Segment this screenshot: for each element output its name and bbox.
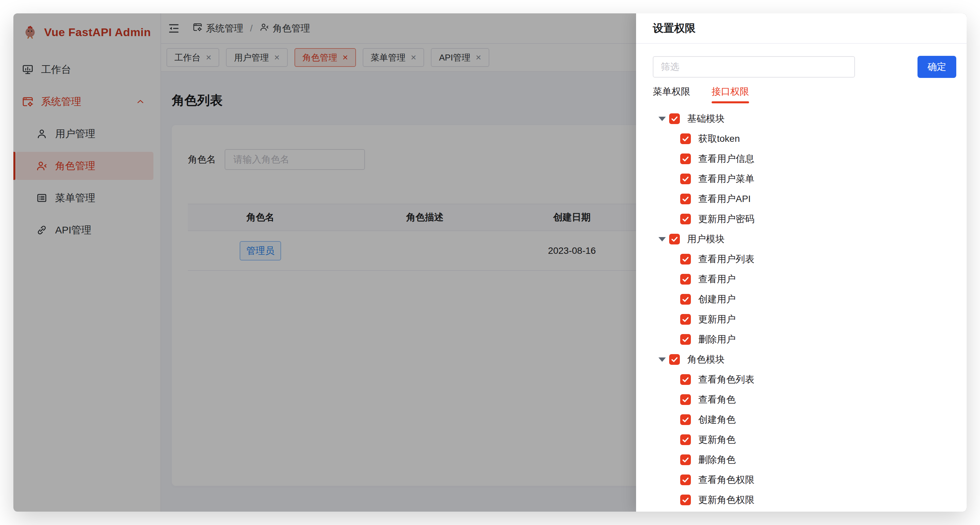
confirm-button[interactable]: 确定 (918, 56, 956, 78)
tree-node-label: 基础模块 (687, 112, 725, 125)
checkbox-checked[interactable] (680, 254, 691, 265)
permission-tabs: 菜单权限接口权限 (653, 85, 956, 102)
tree-row-查看角色[interactable]: 查看角色 (653, 389, 956, 410)
tree-node-label: 创建用户 (698, 293, 736, 306)
tree-row-查看用户菜单[interactable]: 查看用户菜单 (653, 169, 956, 189)
tree-node-label: 查看用户信息 (698, 153, 754, 165)
tree-row-基础模块[interactable]: 基础模块 (653, 109, 956, 129)
tree-row-查看用户[interactable]: 查看用户 (653, 269, 956, 289)
drawer-body: 确定 菜单权限接口权限 基础模块获取token查看用户信息查看用户菜单查看用户A… (636, 44, 967, 512)
tree-node-label: 查看角色列表 (698, 373, 754, 386)
tree-node-label: 查看用户菜单 (698, 172, 754, 185)
checkbox-checked[interactable] (669, 354, 680, 365)
tree-row-更新角色权限[interactable]: 更新角色权限 (653, 490, 956, 510)
checkbox-checked[interactable] (680, 214, 691, 224)
permissions-drawer: 设置权限 确定 菜单权限接口权限 基础模块获取token查看用户信息查看用户菜单… (636, 13, 967, 512)
tree-row-查看用户列表[interactable]: 查看用户列表 (653, 249, 956, 269)
tree-node-label: 更新用户密码 (698, 213, 754, 225)
tree-row-创建角色[interactable]: 创建角色 (653, 410, 956, 430)
tree-row-更新角色[interactable]: 更新角色 (653, 430, 956, 450)
tree-node-label: 用户模块 (687, 233, 725, 246)
checkbox-checked[interactable] (669, 113, 680, 124)
permission-filter-input[interactable] (653, 56, 855, 78)
tree-node-label: 查看用户API (698, 193, 751, 205)
caret-down-icon[interactable] (658, 357, 669, 362)
checkbox-checked[interactable] (680, 394, 691, 405)
checkbox-checked[interactable] (680, 455, 691, 465)
checkbox-checked[interactable] (680, 414, 691, 425)
checkbox-checked[interactable] (680, 434, 691, 445)
tree-node-label: 查看用户 (698, 273, 736, 286)
tree-row-用户模块[interactable]: 用户模块 (653, 229, 956, 249)
tree-node-label: 更新角色 (698, 433, 736, 446)
tree-node-label: 获取token (698, 132, 740, 145)
checkbox-checked[interactable] (680, 495, 691, 505)
checkbox-checked[interactable] (680, 374, 691, 385)
tree-node-label: 更新用户 (698, 313, 736, 326)
checkbox-checked[interactable] (680, 274, 691, 284)
tree-row-查看用户信息[interactable]: 查看用户信息 (653, 149, 956, 169)
tree-row-查看用户API[interactable]: 查看用户API (653, 189, 956, 209)
checkbox-checked[interactable] (680, 474, 691, 485)
tree-node-label: 删除用户 (698, 333, 736, 346)
app-window: Vue FastAPI Admin 工作台系统管理用户管理角色管理菜单管理API… (13, 13, 967, 512)
tree-row-创建用户[interactable]: 创建用户 (653, 289, 956, 309)
checkbox-checked[interactable] (669, 234, 680, 244)
tree-row-查看角色权限[interactable]: 查看角色权限 (653, 470, 956, 490)
checkbox-checked[interactable] (680, 194, 691, 204)
checkbox-checked[interactable] (680, 153, 691, 164)
checkbox-checked[interactable] (680, 174, 691, 184)
permission-tree: 基础模块获取token查看用户信息查看用户菜单查看用户API更新用户密码用户模块… (653, 109, 956, 510)
tree-row-更新用户[interactable]: 更新用户 (653, 309, 956, 329)
tree-node-label: 删除角色 (698, 453, 736, 466)
tree-node-label: 角色模块 (687, 353, 725, 366)
tree-node-label: 更新角色权限 (698, 493, 754, 506)
tree-node-label: 查看用户列表 (698, 253, 754, 265)
tree-row-查看角色列表[interactable]: 查看角色列表 (653, 370, 956, 389)
permission-tab-接口权限[interactable]: 接口权限 (711, 85, 749, 102)
caret-down-icon[interactable] (658, 117, 669, 121)
checkbox-checked[interactable] (680, 133, 691, 144)
tree-node-label: 创建角色 (698, 413, 736, 426)
drawer-title: 设置权限 (636, 13, 967, 44)
permission-tab-菜单权限[interactable]: 菜单权限 (653, 85, 690, 102)
tree-row-更新用户密码[interactable]: 更新用户密码 (653, 209, 956, 229)
tree-row-删除角色[interactable]: 删除角色 (653, 450, 956, 470)
caret-down-icon[interactable] (658, 237, 669, 241)
tree-node-label: 查看角色权限 (698, 474, 754, 486)
tree-row-角色模块[interactable]: 角色模块 (653, 349, 956, 370)
checkbox-checked[interactable] (680, 334, 691, 345)
tree-row-删除用户[interactable]: 删除用户 (653, 329, 956, 349)
tree-node-label: 查看角色 (698, 393, 736, 406)
tree-row-获取token[interactable]: 获取token (653, 129, 956, 149)
checkbox-checked[interactable] (680, 294, 691, 305)
checkbox-checked[interactable] (680, 314, 691, 325)
filter-row: 确定 (653, 56, 956, 78)
